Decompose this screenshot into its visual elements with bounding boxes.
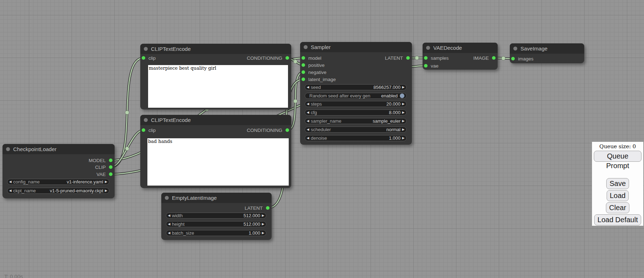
input-port-icon[interactable] [302, 63, 305, 67]
widget-value: 8.000 [389, 110, 400, 115]
menu-panel: Queue size: 0 Queue Prompt Save Load Cle… [592, 141, 644, 226]
widget-increment-arrow-icon[interactable]: ▶ [260, 223, 266, 226]
widget-increment-arrow-icon[interactable]: ▶ [400, 102, 406, 106]
node-collapse-dot-icon[interactable] [513, 47, 517, 50]
widget-value: 512.000 [244, 213, 260, 218]
node-title-bar[interactable]: Sampler [300, 42, 412, 52]
widget-value: v1-inference.yaml [67, 179, 103, 185]
widget-decrement-arrow-icon[interactable]: ◀ [166, 223, 172, 226]
output-slot-label: LATENT [385, 55, 403, 61]
widget-increment-arrow-icon[interactable]: ▶ [400, 128, 406, 131]
output-port-icon[interactable] [109, 172, 112, 176]
node-collapse-dot-icon[interactable] [304, 45, 308, 49]
widget-seed[interactable]: ◀seed8566257.000▶ [305, 84, 407, 90]
output-slot-IMAGE: IMAGE [473, 55, 496, 61]
widget-decrement-arrow-icon[interactable]: ◀ [305, 86, 311, 89]
output-slot-VAE: VAE [96, 171, 112, 177]
input-port-icon[interactable] [424, 64, 428, 68]
node-checkpoint-loader[interactable]: CheckpointLoaderMODELCLIPVAE◀config_name… [2, 144, 115, 198]
widget-value: normal [386, 127, 400, 132]
widget-decrement-arrow-icon[interactable]: ◀ [166, 231, 172, 235]
node-collapse-dot-icon[interactable] [426, 46, 430, 50]
load-button[interactable]: Load [607, 190, 629, 201]
input-port-icon[interactable] [511, 57, 515, 60]
widget-decrement-arrow-icon[interactable]: ◀ [305, 137, 311, 140]
widget-sampler_name[interactable]: ◀sampler_namesample_euler▶ [305, 118, 407, 124]
node-collapse-dot-icon[interactable] [6, 147, 10, 151]
widget-increment-arrow-icon[interactable]: ▶ [260, 231, 266, 235]
queue-prompt-button[interactable]: Queue Prompt [594, 151, 642, 162]
widget-decrement-arrow-icon[interactable]: ◀ [305, 119, 311, 123]
save-button[interactable]: Save [606, 178, 629, 189]
output-port-icon[interactable] [266, 206, 269, 210]
node-title-bar[interactable]: CLIPTextEncode [140, 115, 291, 125]
node-vae-decode[interactable]: VAEDecodesamplesvaeIMAGE [423, 43, 498, 70]
node-clip-text-encode-positive[interactable]: CLIPTextEncodeclipCONDITIONING [140, 44, 291, 109]
node-sampler[interactable]: Samplermodelpositivenegativelatent_image… [300, 42, 412, 145]
widget-width[interactable]: ◀width512.000▶ [166, 213, 266, 219]
widget-ckpt_name[interactable]: ◀ckpt_namev1-5-pruned-emaonly.ckpt▶ [7, 188, 109, 194]
widget-increment-arrow-icon[interactable]: ▶ [103, 180, 109, 183]
node-title-bar[interactable]: VAEDecode [423, 43, 498, 53]
widget-decrement-arrow-icon[interactable]: ◀ [305, 102, 311, 106]
widget-name: cfg [311, 110, 317, 115]
widget-name: denoise [311, 135, 327, 141]
prompt-text-input[interactable] [148, 65, 288, 108]
output-port-icon[interactable] [286, 56, 289, 60]
widget-increment-arrow-icon[interactable]: ▶ [400, 86, 406, 89]
output-port-icon[interactable] [406, 56, 410, 60]
node-title-bar[interactable]: CheckpointLoader [2, 144, 115, 154]
link-midpoint-dot [125, 111, 129, 114]
widget-decrement-arrow-icon[interactable]: ◀ [305, 111, 311, 114]
input-port-icon[interactable] [142, 56, 145, 60]
node-title-bar[interactable]: EmptyLatentImage [161, 193, 272, 203]
widget-denoise[interactable]: ◀denoise1.000▶ [305, 135, 407, 141]
widget-increment-arrow-icon[interactable]: ▶ [103, 189, 109, 192]
node-title-label: VAEDecode [433, 45, 462, 51]
widget-decrement-arrow-icon[interactable]: ◀ [305, 128, 311, 131]
output-port-icon[interactable] [109, 165, 112, 169]
node-clip-text-encode-negative[interactable]: CLIPTextEncodeclipCONDITIONING [140, 115, 291, 188]
widget-increment-arrow-icon[interactable]: ▶ [260, 214, 266, 217]
widget-random-seed-after-every-gen[interactable]: Random seed after every genenabled [305, 93, 407, 99]
input-port-icon[interactable] [302, 56, 305, 60]
output-port-icon[interactable] [286, 128, 289, 132]
node-title-bar[interactable]: CLIPTextEncode [140, 44, 291, 54]
output-port-icon[interactable] [109, 159, 112, 162]
widget-name: Random seed after every gen [309, 93, 370, 98]
widget-decrement-arrow-icon[interactable]: ◀ [7, 180, 13, 183]
graph-canvas[interactable]: { "colors": { "canvas_bg": "#959595", "n… [0, 0, 644, 278]
input-port-icon[interactable] [142, 128, 145, 132]
output-slot-LATENT: LATENT [385, 55, 410, 61]
widget-steps[interactable]: ◀steps20.000▶ [305, 101, 407, 107]
widget-name: batch_size [172, 230, 194, 236]
widget-scheduler[interactable]: ◀schedulernormal▶ [305, 127, 407, 133]
input-slot-images: images [511, 55, 534, 62]
widget-cfg[interactable]: ◀cfg8.000▶ [305, 109, 407, 116]
widget-decrement-arrow-icon[interactable]: ◀ [166, 214, 172, 217]
input-port-icon[interactable] [302, 70, 305, 74]
widget-increment-arrow-icon[interactable]: ▶ [400, 111, 406, 114]
node-title-label: CLIPTextEncode [151, 46, 191, 52]
widget-decrement-arrow-icon[interactable]: ◀ [7, 189, 13, 192]
node-collapse-dot-icon[interactable] [165, 196, 169, 200]
widget-name: seed [311, 85, 321, 90]
clear-button[interactable]: Clear [606, 202, 629, 213]
node-title-bar[interactable]: SaveImage [510, 43, 584, 54]
output-port-icon[interactable] [492, 56, 496, 60]
node-title-label: EmptyLatentImage [172, 195, 217, 201]
toggle-dot-icon[interactable] [400, 93, 404, 98]
node-empty-latent-image[interactable]: EmptyLatentImageLATENT◀width512.000▶◀hei… [161, 193, 272, 240]
node-save-image[interactable]: SaveImageimages [510, 43, 584, 63]
input-port-icon[interactable] [424, 56, 428, 60]
input-port-icon[interactable] [302, 77, 305, 81]
prompt-text-input[interactable] [147, 138, 289, 186]
widget-increment-arrow-icon[interactable]: ▶ [400, 137, 406, 140]
load-default-button[interactable]: Load Default [594, 214, 641, 225]
node-collapse-dot-icon[interactable] [144, 47, 148, 51]
node-collapse-dot-icon[interactable] [144, 118, 148, 122]
widget-batch_size[interactable]: ◀batch_size1.000▶ [166, 230, 266, 236]
widget-config_name[interactable]: ◀config_namev1-inference.yaml▶ [7, 179, 109, 185]
widget-increment-arrow-icon[interactable]: ▶ [400, 119, 406, 123]
widget-height[interactable]: ◀height512.000▶ [166, 221, 266, 227]
